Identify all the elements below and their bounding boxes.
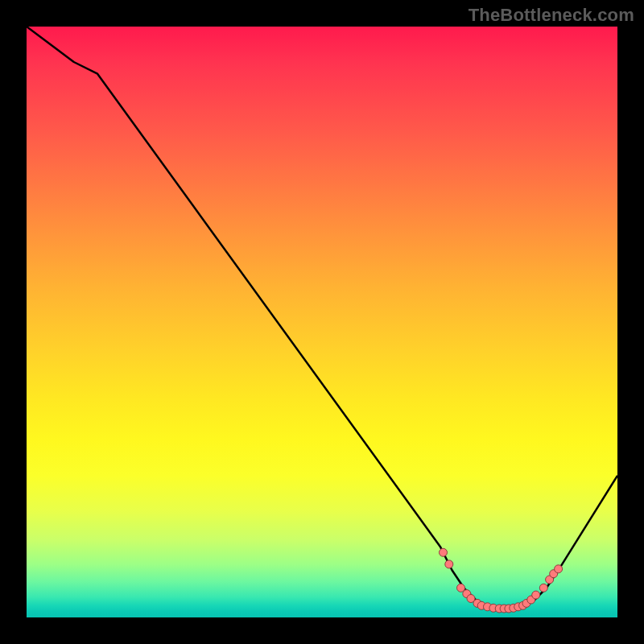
chart-frame: TheBottleneck.com: [0, 0, 644, 644]
bottleneck-curve: [27, 27, 617, 609]
marker-point: [539, 584, 547, 592]
marker-point: [555, 565, 563, 573]
marker-points: [440, 548, 563, 613]
marker-point: [532, 591, 540, 599]
marker-point: [440, 548, 448, 556]
watermark-text: TheBottleneck.com: [469, 5, 634, 26]
marker-point: [445, 560, 453, 568]
chart-svg: [27, 27, 617, 617]
plot-area: [27, 27, 617, 617]
